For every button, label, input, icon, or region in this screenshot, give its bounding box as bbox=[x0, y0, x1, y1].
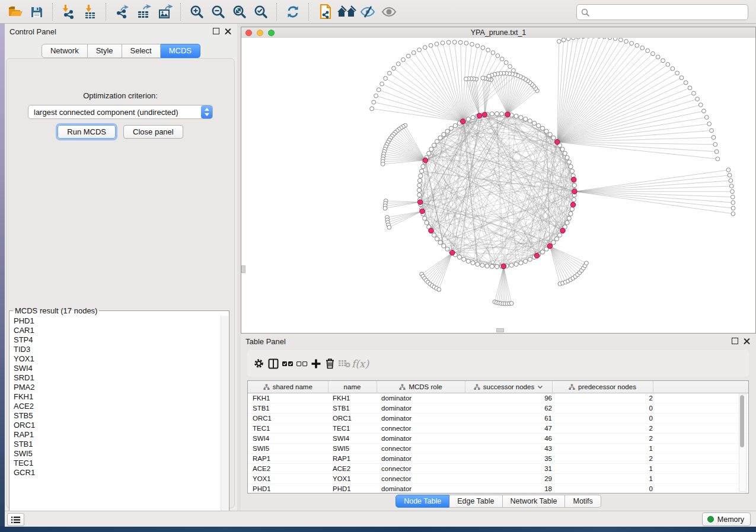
zoom-in-button[interactable] bbox=[186, 2, 208, 21]
list-item[interactable]: STB5 bbox=[14, 411, 221, 421]
delete-table-button[interactable] bbox=[337, 355, 351, 373]
table-header-row: shared name name MCDS role successor nod… bbox=[248, 381, 749, 393]
list-item[interactable]: CAR1 bbox=[14, 326, 221, 335]
list-icon bbox=[11, 516, 20, 524]
list-item[interactable]: YOX1 bbox=[14, 354, 221, 364]
list-item[interactable]: SWI5 bbox=[14, 449, 221, 459]
org-chart-icon bbox=[263, 384, 270, 390]
show-columns-button[interactable] bbox=[266, 355, 280, 373]
show-all-button[interactable] bbox=[378, 2, 400, 21]
import-network-icon bbox=[61, 4, 76, 20]
list-item[interactable]: GCR1 bbox=[14, 468, 221, 477]
network-canvas[interactable] bbox=[241, 38, 755, 333]
table-settings-button[interactable] bbox=[252, 355, 266, 373]
column-header-successor-nodes[interactable]: successor nodes bbox=[465, 381, 552, 393]
criterion-dropdown[interactable]: largest connected component (undirected) bbox=[28, 105, 213, 119]
list-item[interactable]: RAP1 bbox=[14, 430, 221, 440]
tab-motifs[interactable]: Motifs bbox=[565, 495, 601, 508]
splitter-handle-horizontal[interactable] bbox=[496, 328, 504, 332]
list-item[interactable]: PHD1 bbox=[14, 316, 221, 326]
export-table-button[interactable] bbox=[133, 2, 154, 21]
table-row[interactable]: ORC1ORC1dominator610 bbox=[248, 414, 749, 424]
status-bar: Memory bbox=[5, 511, 756, 527]
import-network-button[interactable] bbox=[58, 2, 79, 21]
list-item[interactable]: ORC1 bbox=[14, 421, 221, 430]
tab-mcds[interactable]: MCDS bbox=[161, 44, 200, 58]
float-panel-icon[interactable] bbox=[732, 338, 738, 344]
hide-selected-button[interactable] bbox=[357, 2, 378, 21]
table-row[interactable]: YOX1YOX1connector291 bbox=[248, 474, 749, 484]
list-item[interactable]: STP4 bbox=[14, 335, 221, 345]
table-row[interactable]: TEC1TEC1connector472 bbox=[248, 424, 749, 434]
splitter-handle-vertical[interactable] bbox=[241, 265, 245, 273]
tab-edge-table[interactable]: Edge Table bbox=[449, 495, 502, 508]
list-item[interactable]: SWI4 bbox=[14, 364, 221, 373]
column-header-predecessor-nodes[interactable]: predecessor nodes bbox=[552, 381, 653, 393]
mcds-result-list[interactable]: PHD1 CAR1 STP4 TID3 YOX1 SWI4 SRD1 PMA2 … bbox=[10, 316, 221, 525]
column-header-filler bbox=[653, 381, 749, 393]
list-item[interactable]: FKH1 bbox=[14, 392, 221, 402]
list-scrollbar[interactable] bbox=[221, 316, 228, 525]
eye-icon bbox=[381, 5, 397, 19]
refresh-button[interactable] bbox=[282, 2, 304, 21]
close-panel-icon[interactable] bbox=[744, 338, 750, 344]
control-panel-title: Control Panel bbox=[9, 27, 56, 36]
column-header-mcds-role[interactable]: MCDS role bbox=[377, 381, 465, 393]
home-view-button[interactable] bbox=[336, 2, 357, 21]
table-row[interactable]: PHD1PHD1dominator180 bbox=[248, 484, 749, 494]
mcds-result-group: MCDS result (17 nodes) PHD1 CAR1 STP4 TI… bbox=[9, 306, 229, 527]
add-column-button[interactable] bbox=[309, 355, 323, 373]
tab-style[interactable]: Style bbox=[88, 44, 122, 58]
zoom-selected-icon bbox=[253, 4, 269, 20]
search-input[interactable] bbox=[592, 6, 748, 19]
network-titlebar[interactable]: YPA_prune.txt_1 bbox=[241, 27, 755, 39]
eye-slash-icon bbox=[359, 5, 376, 19]
apply-function-button[interactable]: f(x) bbox=[352, 355, 365, 373]
list-item[interactable]: SRD1 bbox=[14, 373, 221, 383]
list-item[interactable]: ACE2 bbox=[14, 402, 221, 411]
toolbar-separator bbox=[308, 3, 310, 21]
list-item[interactable]: STB1 bbox=[14, 440, 221, 449]
tab-network-table[interactable]: Network Table bbox=[503, 495, 566, 508]
import-table-button[interactable] bbox=[79, 2, 101, 21]
tab-network[interactable]: Network bbox=[42, 44, 88, 58]
table-row[interactable]: ACE2ACE2connector311 bbox=[248, 464, 749, 474]
save-session-button[interactable] bbox=[26, 2, 47, 21]
list-item[interactable]: TID3 bbox=[14, 345, 221, 354]
column-header-name[interactable]: name bbox=[328, 381, 377, 393]
column-header-shared-name[interactable]: shared name bbox=[248, 381, 328, 393]
delete-column-button[interactable] bbox=[323, 355, 337, 373]
table-row[interactable]: FKH1FKH1dominator962 bbox=[248, 393, 749, 403]
zoom-out-button[interactable] bbox=[208, 2, 229, 21]
export-network-button[interactable] bbox=[111, 2, 133, 21]
zoom-fit-button[interactable] bbox=[229, 2, 250, 21]
table-row[interactable]: SWI5SWI5connector431 bbox=[248, 444, 749, 454]
export-image-button[interactable] bbox=[154, 2, 176, 21]
zoom-selected-button[interactable] bbox=[250, 2, 272, 21]
table-row[interactable]: SWI4SWI4dominator462 bbox=[248, 434, 749, 444]
network-graph[interactable] bbox=[241, 38, 755, 333]
scrollbar-thumb[interactable] bbox=[740, 395, 744, 447]
select-all-button[interactable] bbox=[280, 355, 294, 373]
tab-select[interactable]: Select bbox=[122, 44, 161, 58]
unselect-all-button[interactable] bbox=[295, 355, 308, 373]
close-panel-button[interactable]: Close panel bbox=[123, 125, 183, 139]
columns-icon bbox=[268, 358, 279, 369]
checked-boxes-icon bbox=[282, 360, 294, 368]
task-history-button[interactable] bbox=[7, 513, 24, 526]
table-row[interactable]: RAP1RAP1dominator352 bbox=[248, 454, 749, 464]
float-panel-icon[interactable] bbox=[213, 28, 219, 34]
trash-icon bbox=[325, 358, 335, 369]
run-mcds-button[interactable]: Run MCDS bbox=[58, 125, 116, 139]
list-item[interactable]: TEC1 bbox=[14, 459, 221, 468]
memory-button[interactable]: Memory bbox=[702, 512, 751, 526]
table-scrollbar[interactable] bbox=[739, 394, 747, 492]
search-box bbox=[576, 4, 748, 20]
table-row[interactable]: STB1STB1dominator620 bbox=[248, 403, 749, 414]
list-item[interactable]: PMA2 bbox=[14, 383, 221, 392]
close-panel-icon[interactable] bbox=[225, 28, 231, 34]
tab-node-table[interactable]: Node Table bbox=[395, 495, 449, 508]
network-from-file-button[interactable] bbox=[314, 2, 336, 21]
zoom-out-icon bbox=[210, 4, 226, 20]
open-file-button[interactable] bbox=[5, 2, 26, 21]
